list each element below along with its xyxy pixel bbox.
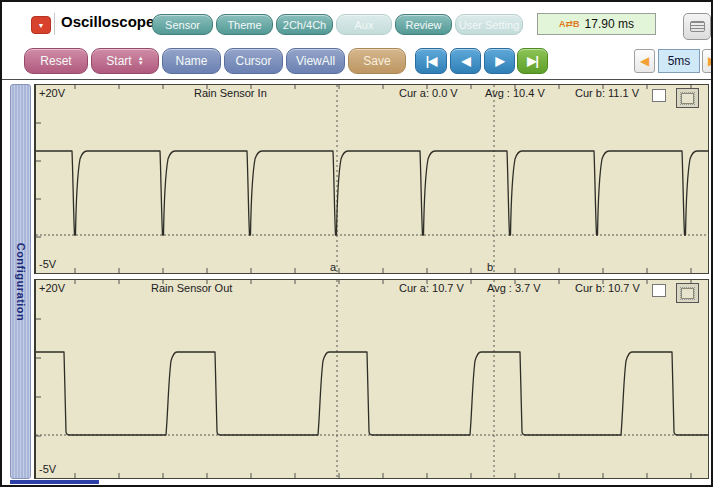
timebase-value: 5ms	[658, 49, 700, 73]
user-setting-button[interactable]: User Setting	[455, 14, 523, 35]
step-back-button[interactable]: ◀	[450, 48, 481, 74]
timebase-decrease-button[interactable]: ◀	[634, 49, 655, 73]
channel-2-top-voltage: +20V	[39, 282, 65, 294]
channel-1-expand-button[interactable]	[676, 88, 699, 108]
start-button[interactable]: Start ▲▼	[91, 48, 159, 74]
page-title: Oscilloscope	[61, 13, 154, 30]
channel-1-bottom-voltage: -5V	[39, 258, 56, 270]
channel-1-avg-value: Avg : 10.4 V	[485, 87, 545, 99]
delta-time-value: 17.90 ms	[585, 17, 634, 31]
toolbar-divider	[2, 79, 713, 80]
channel-2-waveform	[36, 280, 709, 478]
channel-mode-button[interactable]: 2Ch/4Ch	[276, 14, 333, 35]
goto-start-button[interactable]: |◀	[415, 48, 447, 74]
panel-lines-icon	[690, 21, 705, 32]
app-menu-button[interactable]: ▼	[31, 16, 51, 34]
channel-2-panel: +20V Rain Sensor Out Cur a: 10.7 V Avg :…	[34, 279, 709, 479]
channel-2-cursor-b-value: Cur b: 10.7 V	[575, 282, 640, 294]
sensor-button[interactable]: Sensor	[152, 14, 213, 35]
title-separator	[54, 13, 55, 35]
expand-icon	[681, 288, 694, 299]
channel-1-checkbox[interactable]	[652, 89, 666, 102]
channel-1-cursor-b-value: Cur b: 11.1 V	[575, 87, 639, 99]
name-button[interactable]: Name	[162, 48, 221, 74]
a-b-delta-icon: A⇄B	[559, 19, 580, 29]
theme-button[interactable]: Theme	[216, 14, 273, 35]
sidebar-resize-handle[interactable]	[10, 480, 99, 484]
channel-2-avg-value: Avg : 3.7 V	[487, 282, 541, 294]
timebase-increase-button[interactable]: ▶	[702, 49, 713, 73]
step-forward-button[interactable]: ▶	[484, 48, 515, 74]
oscilloscope-window: ▼ Oscilloscope Sensor Theme 2Ch/4Ch Aux …	[0, 0, 713, 487]
channel-1-name: Rain Sensor In	[194, 87, 267, 99]
channel-2-name: Rain Sensor Out	[151, 282, 232, 294]
display-panel-button[interactable]	[683, 13, 711, 40]
channel-1-cursor-a-value: Cur a: 0.0 V	[399, 87, 458, 99]
review-button[interactable]: Review	[395, 14, 452, 35]
save-button[interactable]: Save	[348, 48, 406, 74]
expand-icon	[681, 93, 694, 104]
channel-1-top-voltage: +20V	[39, 87, 65, 99]
configuration-tab[interactable]: Configuration	[10, 84, 31, 479]
start-spinner-icon: ▲▼	[138, 56, 144, 66]
channel-2-bottom-voltage: -5V	[39, 463, 56, 475]
goto-end-button[interactable]: ▶|	[517, 48, 548, 74]
channel-1-waveform	[36, 85, 709, 273]
cursor-b-marker[interactable]: b	[487, 261, 493, 273]
channel-1-panel: +20V Rain Sensor In Cur a: 0.0 V Avg : 1…	[34, 84, 709, 274]
channel-2-cursor-a-value: Cur a: 10.7 V	[399, 282, 464, 294]
cursor-a-marker[interactable]: a	[330, 261, 336, 273]
reset-button[interactable]: Reset	[24, 48, 88, 74]
cursor-delta-readout: A⇄B 17.90 ms	[537, 13, 656, 35]
channel-2-checkbox[interactable]	[652, 284, 666, 297]
aux-button[interactable]: Aux	[336, 14, 392, 35]
dropdown-arrow-icon: ▼	[38, 22, 45, 29]
channel-2-expand-button[interactable]	[676, 283, 699, 303]
viewall-button[interactable]: ViewAll	[286, 48, 345, 74]
cursor-button[interactable]: Cursor	[224, 48, 283, 74]
